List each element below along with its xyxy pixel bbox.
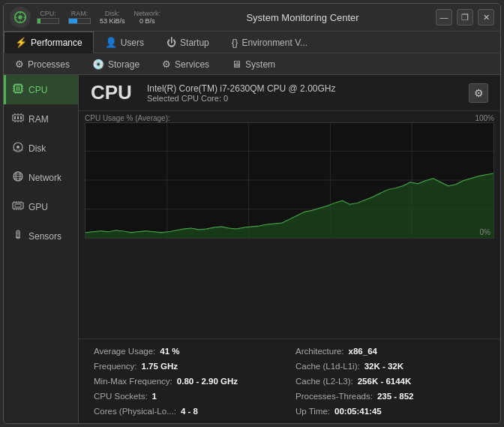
chart-usage-label: CPU Usage % (Average): xyxy=(85,114,170,122)
disk-stat: Disk: 53 KiB/s xyxy=(100,10,125,25)
svg-point-1 xyxy=(18,15,22,19)
network-sidebar-icon xyxy=(12,170,24,185)
tab-system[interactable]: 🖥 System xyxy=(220,53,286,74)
cpu-selected-core: Selected CPU Core: 0 xyxy=(147,94,469,103)
sidebar-item-gpu[interactable]: GPU xyxy=(4,192,78,221)
cpu-settings-button[interactable]: ⚙ xyxy=(469,83,488,103)
svg-rect-32 xyxy=(13,149,23,151)
ram-bar xyxy=(68,18,91,24)
sidebar-item-ram[interactable]: RAM xyxy=(4,104,78,134)
tab-storage[interactable]: 💿 Storage xyxy=(81,53,151,74)
processes-icon: ⚙ xyxy=(15,59,24,70)
stats-grid: Average Usage: 41 % Architecture: x86_64… xyxy=(79,338,500,423)
svg-rect-7 xyxy=(16,86,20,91)
startup-icon: ⏻ xyxy=(166,37,176,48)
stat-cores: Cores (Physical-Lo...: 4 - 8 xyxy=(88,404,290,419)
stat-cpu-sockets: CPU Sockets: 1 xyxy=(88,389,290,404)
sidebar-item-sensors[interactable]: Sensors xyxy=(4,221,78,251)
stat-architecture: Architecture: x86_64 xyxy=(290,344,491,359)
cpu-main-panel: CPU Intel(R) Core(TM) i7-2630QM CPU @ 2.… xyxy=(79,75,500,423)
stat-frequency: Frequency: 1.75 GHz xyxy=(88,359,290,374)
sidebar-item-network[interactable]: Network xyxy=(4,163,78,192)
performance-icon: ⚡ xyxy=(15,37,27,48)
chart-container: 0% xyxy=(85,122,494,239)
storage-icon: 💿 xyxy=(92,59,104,70)
services-icon: ⚙ xyxy=(162,59,171,70)
chart-max-label: 100% xyxy=(475,114,494,122)
svg-rect-38 xyxy=(13,203,23,209)
svg-rect-21 xyxy=(14,116,16,119)
content-area: CPU RAM xyxy=(4,75,500,423)
environment-icon: {} xyxy=(232,37,238,48)
users-icon: 👤 xyxy=(105,37,117,48)
tab-services[interactable]: ⚙ Services xyxy=(151,53,220,74)
main-window: CPU: RAM: Disk: 53 KiB/s Network: 0 B/s … xyxy=(3,3,501,424)
titlebar-stats: CPU: RAM: Disk: 53 KiB/s Network: 0 B/s xyxy=(37,10,160,25)
app-icon xyxy=(10,7,31,28)
svg-marker-57 xyxy=(86,173,494,238)
svg-point-31 xyxy=(16,146,20,149)
sidebar: CPU RAM xyxy=(4,75,79,423)
sensors-sidebar-icon xyxy=(12,229,24,243)
titlebar: CPU: RAM: Disk: 53 KiB/s Network: 0 B/s … xyxy=(4,4,500,32)
svg-rect-22 xyxy=(17,116,19,119)
chart-labels: CPU Usage % (Average): 100% xyxy=(79,114,500,122)
gpu-sidebar-icon xyxy=(12,200,24,214)
stat-min-max-freq: Min-Max Frequency: 0.80 - 2.90 GHz xyxy=(88,374,290,389)
system-icon: 🖥 xyxy=(232,59,242,70)
maximize-button[interactable]: ❐ xyxy=(457,9,473,26)
nav-tabs-row2: ⚙ Processes 💿 Storage ⚙ Services 🖥 Syste… xyxy=(4,53,500,75)
cpu-stat: CPU: xyxy=(37,10,59,25)
svg-rect-23 xyxy=(20,116,22,119)
window-title: System Monitoring Center xyxy=(170,12,436,23)
cpu-chart xyxy=(86,123,494,238)
cpu-panel-title: CPU xyxy=(91,81,132,104)
cpu-info: Intel(R) Core(TM) i7-2630QM CPU @ 2.00GH… xyxy=(147,83,469,103)
stat-cache-l1: Cache (L1d-L1i): 32K - 32K xyxy=(290,359,491,374)
stat-uptime: Up Time: 00:05:41:45 xyxy=(290,404,491,419)
stat-average-usage: Average Usage: 41 % xyxy=(88,344,290,359)
tab-performance[interactable]: ⚡ Performance xyxy=(4,32,94,53)
close-button[interactable]: ✕ xyxy=(478,9,494,26)
window-controls: — ❐ ✕ xyxy=(436,9,494,26)
nav-tabs: ⚡ Performance 👤 Users ⏻ Startup {} Envir… xyxy=(4,32,500,53)
ram-stat: RAM: xyxy=(68,10,91,25)
sidebar-item-disk[interactable]: Disk xyxy=(4,134,78,163)
tab-startup[interactable]: ⏻ Startup xyxy=(155,32,220,53)
chart-area: CPU Usage % (Average): 100% xyxy=(79,111,500,338)
ram-sidebar-icon xyxy=(12,112,24,126)
cpu-header: CPU Intel(R) Core(TM) i7-2630QM CPU @ 2.… xyxy=(79,75,500,111)
svg-rect-39 xyxy=(15,204,21,207)
tab-users[interactable]: 👤 Users xyxy=(94,32,155,53)
tab-environment[interactable]: {} Environment V... xyxy=(220,32,319,53)
minimize-button[interactable]: — xyxy=(436,9,452,26)
disk-sidebar-icon xyxy=(12,141,24,155)
chart-min-label: 0% xyxy=(480,228,490,236)
stat-cache-l2-l3: Cache (L2-L3): 256K - 6144K xyxy=(290,374,491,389)
cpu-sidebar-icon xyxy=(12,83,24,97)
tab-processes[interactable]: ⚙ Processes xyxy=(4,53,81,74)
sidebar-item-cpu[interactable]: CPU xyxy=(4,75,78,104)
stat-processes-threads: Processes-Threads: 235 - 852 xyxy=(290,389,491,404)
network-stat: Network: 0 B/s xyxy=(134,10,161,25)
svg-rect-49 xyxy=(18,232,19,236)
cpu-bar xyxy=(37,18,59,24)
cpu-model: Intel(R) Core(TM) i7-2630QM CPU @ 2.00GH… xyxy=(147,83,469,94)
